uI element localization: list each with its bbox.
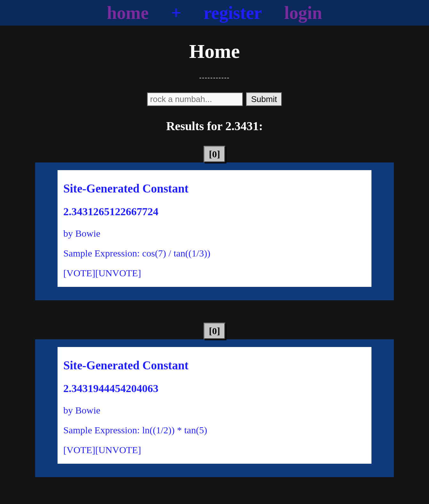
result-block: [0] Site-Generated Constant 2.3431944454… bbox=[0, 323, 429, 477]
card-author: by Bowie bbox=[63, 405, 366, 416]
result-card: Site-Generated Constant 2.34319444542040… bbox=[58, 347, 371, 464]
vote-link[interactable]: [VOTE] bbox=[63, 445, 95, 455]
card-title: Site-Generated Constant bbox=[63, 358, 366, 372]
main-container: Home ----------- Submit Results for 2.34… bbox=[0, 40, 429, 477]
card-expression: Sample Expression: cos(7) / tan((1/3)) bbox=[63, 248, 366, 259]
result-block: [0] Site-Generated Constant 2.3431265122… bbox=[0, 146, 429, 300]
vote-links: [VOTE][UNVOTE] bbox=[63, 445, 366, 455]
vote-link[interactable]: [VOTE] bbox=[63, 268, 95, 278]
navbar: home + register login bbox=[0, 0, 429, 26]
search-form: Submit bbox=[0, 92, 429, 106]
nav-plus[interactable]: + bbox=[171, 3, 181, 23]
result-outer: Site-Generated Constant 2.34319444542040… bbox=[35, 339, 394, 477]
results-heading: Results for 2.3431: bbox=[0, 119, 429, 133]
vote-count-button[interactable]: [0] bbox=[204, 323, 226, 339]
result-card: Site-Generated Constant 2.34312651226677… bbox=[58, 170, 371, 287]
result-outer: Site-Generated Constant 2.34312651226677… bbox=[35, 162, 394, 300]
unvote-link[interactable]: [UNVOTE] bbox=[95, 445, 141, 455]
nav-home[interactable]: home bbox=[107, 3, 149, 23]
vote-links: [VOTE][UNVOTE] bbox=[63, 268, 366, 279]
card-expression: Sample Expression: ln((1/2)) * tan(5) bbox=[63, 425, 366, 436]
card-title: Site-Generated Constant bbox=[63, 182, 366, 195]
nav-login[interactable]: login bbox=[284, 3, 322, 23]
vote-count-button[interactable]: [0] bbox=[204, 146, 226, 162]
unvote-link[interactable]: [UNVOTE] bbox=[95, 268, 141, 278]
submit-button[interactable]: Submit bbox=[246, 92, 282, 106]
page-title: Home bbox=[0, 40, 429, 63]
card-value: 2.3431265122667724 bbox=[63, 206, 366, 218]
search-input[interactable] bbox=[147, 92, 243, 106]
card-value: 2.3431944454204063 bbox=[63, 382, 366, 395]
card-author: by Bowie bbox=[63, 228, 366, 239]
divider: ----------- bbox=[0, 74, 429, 81]
nav-register[interactable]: register bbox=[204, 3, 262, 23]
